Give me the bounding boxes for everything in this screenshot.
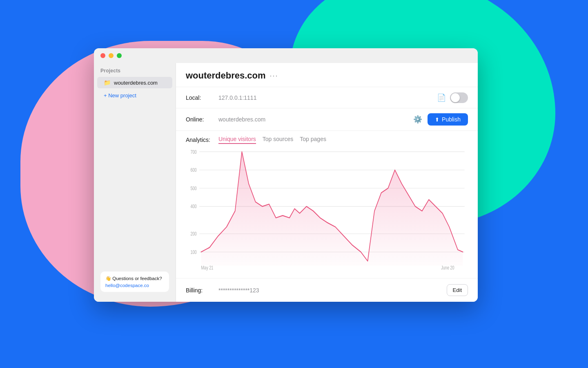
billing-label: Billing: — [186, 287, 218, 294]
feedback-emoji: 👋 — [105, 276, 111, 281]
document-icon[interactable]: 📄 — [437, 93, 446, 102]
sidebar-footer: 👋 Questions or feedback? hello@codespace… — [94, 267, 176, 297]
analytics-label: Analytics: — [186, 137, 218, 143]
close-button[interactable] — [100, 53, 105, 58]
online-value: wouterdebres.com — [218, 116, 412, 123]
online-row: Online: wouterdebres.com ⚙️ ⬆ Publish — [176, 108, 478, 131]
svg-text:100: 100 — [190, 249, 196, 255]
minimize-button[interactable] — [109, 53, 114, 58]
content-area: wouterdebres.com ··· Local: 127.0.0.1:11… — [176, 63, 478, 302]
edit-button[interactable]: Edit — [447, 284, 468, 296]
feedback-link[interactable]: hello@codespace.co — [105, 283, 149, 288]
local-label: Local: — [186, 94, 218, 101]
online-row-actions: ⚙️ ⬆ Publish — [412, 113, 468, 126]
tab-unique-visitors[interactable]: Unique visitors — [218, 136, 256, 144]
feedback-text: Questions or feedback? — [112, 276, 162, 281]
sidebar-project-name: wouterdebres.com — [114, 80, 158, 86]
sidebar: Projects 📁 wouterdebres.com + New projec… — [94, 63, 176, 302]
feedback-title: 👋 Questions or feedback? — [105, 276, 164, 281]
toggle-knob — [451, 93, 460, 102]
more-options-icon[interactable]: ··· — [270, 72, 278, 80]
site-title: wouterdebres.com — [186, 70, 266, 81]
svg-text:400: 400 — [190, 204, 196, 209]
main-content: Projects 📁 wouterdebres.com + New projec… — [94, 63, 478, 302]
local-toggle[interactable] — [450, 92, 468, 103]
svg-text:600: 600 — [190, 167, 196, 173]
new-project-button[interactable]: + New project — [97, 90, 172, 101]
billing-row: Billing: **************123 Edit — [176, 278, 478, 302]
maximize-button[interactable] — [117, 53, 122, 58]
svg-text:200: 200 — [190, 231, 196, 237]
tab-top-sources[interactable]: Top sources — [263, 136, 293, 144]
online-label: Online: — [186, 116, 218, 123]
analytics-row: Analytics: Unique visitors Top sources T… — [176, 131, 478, 144]
app-window: Projects 📁 wouterdebres.com + New projec… — [94, 48, 478, 302]
content-header: wouterdebres.com ··· — [176, 63, 478, 87]
local-row: Local: 127.0.0.1:1111 📄 — [176, 87, 478, 108]
title-bar — [94, 48, 478, 63]
traffic-lights — [100, 53, 122, 58]
publish-label: Publish — [442, 116, 461, 123]
analytics-chart: 700 600 500 400 200 100 May 21 June 20 — [186, 147, 468, 275]
svg-text:500: 500 — [190, 185, 196, 191]
analytics-tabs: Unique visitors Top sources Top pages — [218, 136, 326, 144]
billing-row-actions: Edit — [447, 284, 468, 296]
feedback-box: 👋 Questions or feedback? hello@codespace… — [100, 272, 169, 292]
local-row-actions: 📄 — [437, 92, 468, 103]
local-value: 127.0.0.1:1111 — [218, 94, 437, 101]
chart-container: 700 600 500 400 200 100 May 21 June 20 — [176, 144, 478, 278]
sidebar-section-label: Projects — [94, 68, 176, 77]
tab-top-pages[interactable]: Top pages — [300, 136, 326, 144]
svg-text:700: 700 — [190, 149, 196, 155]
folder-icon: 📁 — [104, 79, 111, 86]
sidebar-item-wouterdebres[interactable]: 📁 wouterdebres.com — [97, 77, 172, 88]
publish-button[interactable]: ⬆ Publish — [428, 113, 468, 126]
settings-icon[interactable]: ⚙️ — [412, 114, 423, 125]
publish-icon: ⬆ — [435, 117, 439, 123]
billing-value: **************123 — [218, 287, 447, 294]
new-project-label: + New project — [104, 92, 136, 99]
